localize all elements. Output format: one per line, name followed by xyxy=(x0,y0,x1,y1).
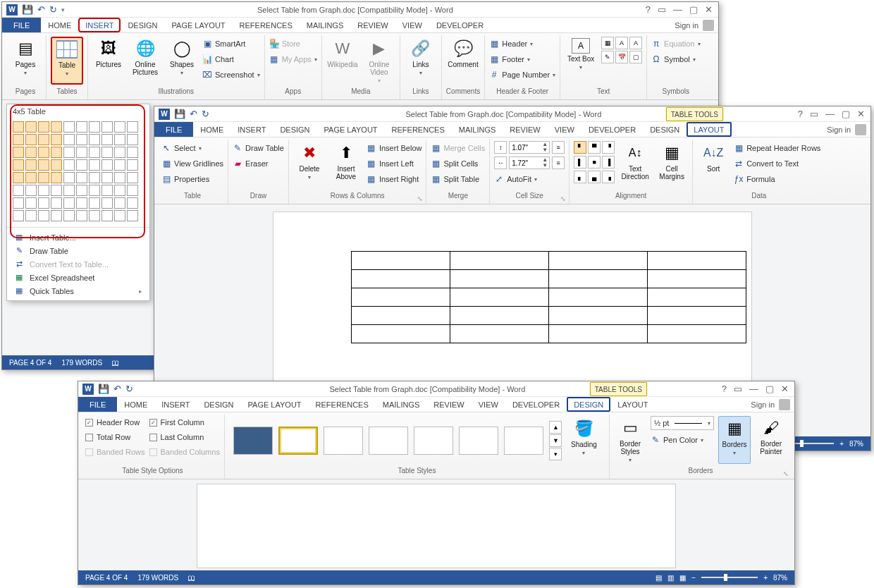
redo-icon[interactable]: ↻ xyxy=(202,109,209,119)
grid-cell[interactable] xyxy=(63,210,75,221)
grid-cell[interactable] xyxy=(76,210,87,221)
convert-text-button[interactable]: ⇄Convert to Text xyxy=(734,157,820,171)
undo-icon[interactable]: ↶ xyxy=(37,4,45,15)
table-style-7[interactable] xyxy=(504,427,543,455)
gridlines-button[interactable]: ▦View Gridlines xyxy=(161,157,223,171)
grid-cell[interactable] xyxy=(89,185,100,196)
comment-button[interactable]: 💬 Comment xyxy=(447,37,479,85)
object-icon[interactable]: ▢ xyxy=(629,51,642,63)
word-count[interactable]: 179 WORDS xyxy=(137,574,178,582)
align-mc-icon[interactable]: ■ xyxy=(588,156,601,169)
table-button[interactable]: Table xyxy=(51,37,83,85)
links-button[interactable]: 🔗 Links xyxy=(405,37,437,85)
grid-cell[interactable] xyxy=(114,159,125,171)
grid-cell[interactable] xyxy=(13,147,24,158)
excel-spreadsheet-menu[interactable]: ▦Excel Spreadsheet xyxy=(7,271,149,284)
zoom-in-icon[interactable]: + xyxy=(839,440,844,448)
draw-table-menu[interactable]: ✎Draw Table xyxy=(7,244,149,257)
online-pictures-button[interactable]: 🌐 Online Pictures xyxy=(129,37,161,85)
undo-icon[interactable]: ↶ xyxy=(113,384,121,394)
view-web-icon[interactable]: ▦ xyxy=(679,574,686,582)
grid-cell[interactable] xyxy=(114,147,125,158)
grid-cell[interactable] xyxy=(127,159,138,171)
autofit-button[interactable]: ⤢AutoFit xyxy=(494,172,565,186)
grid-cell[interactable] xyxy=(63,159,75,171)
proof-icon[interactable]: 🕮 xyxy=(188,574,195,582)
borders-button[interactable]: ▦ Borders xyxy=(718,416,751,464)
grid-cell[interactable] xyxy=(101,210,113,221)
tab-home[interactable]: HOME xyxy=(117,397,154,412)
grid-cell[interactable] xyxy=(89,159,100,171)
zoom-in-icon[interactable]: + xyxy=(763,574,768,582)
online-video-button[interactable]: ▶ Online Video xyxy=(363,37,395,85)
last-col-check[interactable]: Last Column xyxy=(149,431,220,443)
grid-cell[interactable] xyxy=(13,185,24,196)
wordart-icon[interactable]: A xyxy=(615,37,628,49)
border-styles-button[interactable]: ▭ Border Styles xyxy=(614,416,646,464)
smartart-button[interactable]: ▣SmartArt xyxy=(202,37,260,51)
grid-cell[interactable] xyxy=(25,121,37,133)
align-tr-icon[interactable]: ▝ xyxy=(602,141,615,154)
grid-cell[interactable] xyxy=(127,185,138,196)
page-status[interactable]: PAGE 4 OF 4 xyxy=(85,574,128,582)
grid-cell[interactable] xyxy=(89,147,100,158)
grid-cell[interactable] xyxy=(76,172,87,183)
dropcap-icon[interactable]: A xyxy=(629,37,642,49)
zoom-value[interactable]: 87% xyxy=(773,574,787,582)
grid-cell[interactable] xyxy=(25,197,37,209)
grid-cell[interactable] xyxy=(63,185,75,196)
minimize-icon[interactable]: — xyxy=(673,4,682,15)
tab-review[interactable]: REVIEW xyxy=(503,122,547,137)
chart-button[interactable]: 📊Chart xyxy=(202,52,260,66)
save-icon[interactable]: 💾 xyxy=(98,384,109,394)
store-button[interactable]: 🏪Store xyxy=(269,37,317,51)
grid-cell[interactable] xyxy=(89,121,100,133)
cell-margins-button[interactable]: ▦ Cell Margins xyxy=(656,141,688,189)
tab-page-layout[interactable]: PAGE LAYOUT xyxy=(165,18,233,32)
grid-cell[interactable] xyxy=(63,121,75,133)
grid-cell[interactable] xyxy=(25,147,37,158)
dialog-launcher-icon[interactable]: ⤡ xyxy=(560,195,566,202)
inserted-table[interactable] xyxy=(351,251,746,343)
pictures-button[interactable]: 🖼 Pictures xyxy=(92,37,125,85)
grid-cell[interactable] xyxy=(127,147,138,158)
pen-color-button[interactable]: ✎Pen Color xyxy=(651,433,714,447)
tab-developer[interactable]: DEVELOPER xyxy=(581,122,643,137)
undo-icon[interactable]: ↶ xyxy=(190,109,197,119)
table-style-4[interactable] xyxy=(369,427,408,455)
grid-cell[interactable] xyxy=(63,134,75,145)
tab-review[interactable]: REVIEW xyxy=(426,397,471,412)
grid-cell[interactable] xyxy=(63,147,75,158)
grid-cell[interactable] xyxy=(51,210,62,221)
grid-cell[interactable] xyxy=(51,185,62,196)
eraser-button[interactable]: ▰Eraser xyxy=(233,157,284,171)
save-icon[interactable]: 💾 xyxy=(22,4,33,15)
grid-cell[interactable] xyxy=(25,185,37,196)
myapps-button[interactable]: ▦My Apps xyxy=(269,52,317,66)
grid-cell[interactable] xyxy=(76,134,87,145)
table-style-6[interactable] xyxy=(459,427,498,455)
tab-insert[interactable]: INSERT xyxy=(230,122,273,137)
grid-cell[interactable] xyxy=(127,134,138,145)
maximize-icon[interactable]: ▢ xyxy=(842,109,850,119)
avatar-icon[interactable] xyxy=(703,20,714,31)
split-cells-button[interactable]: ▦Split Cells xyxy=(431,157,485,171)
row-height-input[interactable]: ▲▼ xyxy=(509,141,550,154)
close-icon[interactable]: ✕ xyxy=(705,4,713,15)
grid-cell[interactable] xyxy=(76,159,87,171)
grid-cell[interactable] xyxy=(101,159,113,171)
table-style-5[interactable] xyxy=(414,427,453,455)
insert-above-button[interactable]: ⬆ Insert Above xyxy=(330,141,362,189)
grid-cell[interactable] xyxy=(51,197,62,209)
tab-mailings[interactable]: MAILINGS xyxy=(300,18,351,32)
grid-cell[interactable] xyxy=(127,172,138,183)
tab-mailings[interactable]: MAILINGS xyxy=(376,397,427,412)
grid-cell[interactable] xyxy=(38,172,49,183)
screenshot-button[interactable]: ⌧Screenshot xyxy=(202,68,260,82)
grid-cell[interactable] xyxy=(89,134,100,145)
ribbon-display-icon[interactable]: ▭ xyxy=(810,109,818,119)
grid-cell[interactable] xyxy=(114,121,125,133)
grid-cell[interactable] xyxy=(76,197,87,209)
align-tc-icon[interactable]: ▀ xyxy=(588,141,601,154)
page-number-button[interactable]: #Page Number xyxy=(489,68,555,82)
